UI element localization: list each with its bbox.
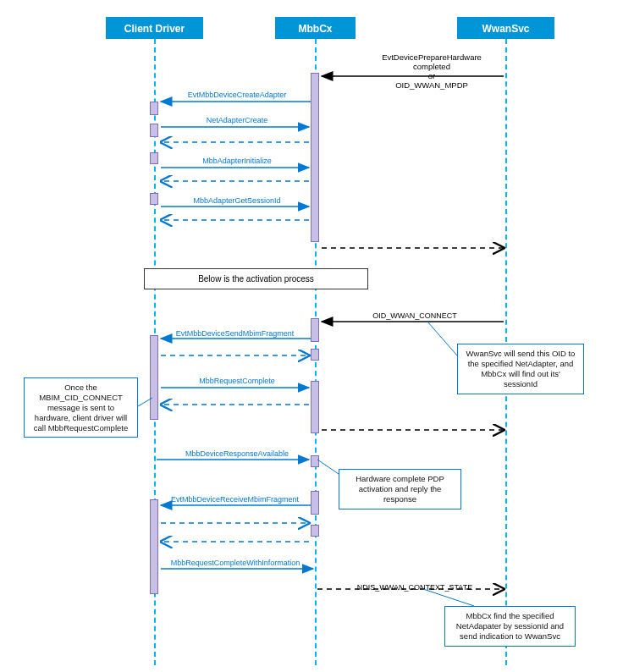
callout-ndis: MbbCx find the specified NetAdapater by … [444, 606, 576, 647]
msg-netadapter-create: NetAdapterCreate [169, 116, 305, 124]
activation-mbbcx-5 [311, 491, 319, 515]
svg-line-23 [317, 460, 339, 474]
activation-client-2 [150, 152, 158, 164]
activation-client-4 [150, 335, 158, 420]
msg-ndis-context: NDIS_WWAN_CONTEXT_STATE [339, 583, 491, 592]
activation-client-1b [150, 124, 158, 137]
activation-client-3 [150, 193, 158, 205]
activation-mbbcx-1 [311, 73, 319, 242]
actor-wwansvc: WwanSvc [457, 17, 554, 39]
msg-req-complete-info: MbbRequestCompleteWithInformation [159, 559, 312, 567]
svg-line-24 [423, 589, 474, 606]
msg-send-fragment: EvtMbbDeviceSendMbimFragment [161, 329, 309, 338]
msg-response-available: MbbDeviceResponseAvailable [169, 449, 305, 458]
activation-client-1 [150, 102, 158, 115]
activation-mbbcx-2b [311, 349, 319, 361]
activation-divider: Below is the activation process [144, 268, 368, 289]
top-trigger-note: EvtDevicePrepareHardware completed or OI… [364, 52, 499, 90]
activation-mbbcx-4 [311, 455, 319, 467]
activation-mbbcx-2 [311, 318, 319, 342]
actor-client: Client Driver [106, 17, 203, 39]
trigger-line3: OID_WWAN_MPDP [364, 80, 499, 90]
callout-request: Once the MBIM_CID_CONNECT message is sen… [24, 377, 138, 438]
msg-oid-connect: OID_WWAN_CONNECT [339, 311, 491, 320]
msg-get-session: MbbAdapterGetSessionId [169, 196, 305, 205]
sequence-diagram: Client Driver MbbCx WwanSvc EvtDevicePre… [0, 0, 623, 672]
actor-mbbcx: MbbCx [275, 17, 356, 39]
callout-wwansvc: WwanSvc will send this OID to the specif… [457, 344, 584, 394]
msg-create-adapter: EvtMbbDeviceCreateAdapter [169, 91, 305, 99]
msg-request-complete: MbbRequestComplete [169, 377, 305, 385]
trigger-line2: or [364, 71, 499, 80]
trigger-line1: EvtDevicePrepareHardware completed [364, 52, 499, 71]
msg-adapter-init: MbbAdapterInitialize [169, 157, 305, 165]
activation-mbbcx-6 [311, 525, 319, 537]
callout-hardware: Hardware complete PDP activation and rep… [339, 469, 461, 510]
svg-line-21 [427, 322, 457, 355]
activation-client-5 [150, 499, 158, 594]
activation-mbbcx-3 [311, 381, 319, 433]
msg-recv-fragment: EvtMbbDeviceReceiveMbimFragment [161, 495, 309, 504]
